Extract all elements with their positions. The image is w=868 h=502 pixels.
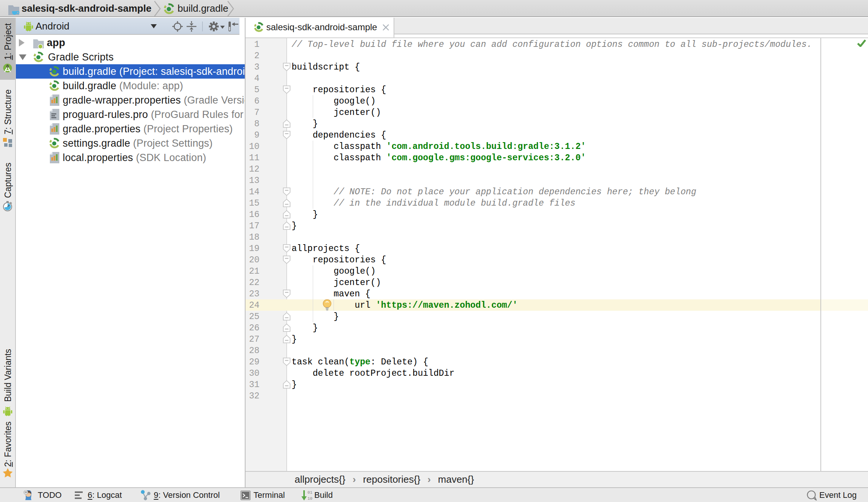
svg-text:10: 10 xyxy=(307,496,312,501)
svg-text:01: 01 xyxy=(307,490,313,495)
